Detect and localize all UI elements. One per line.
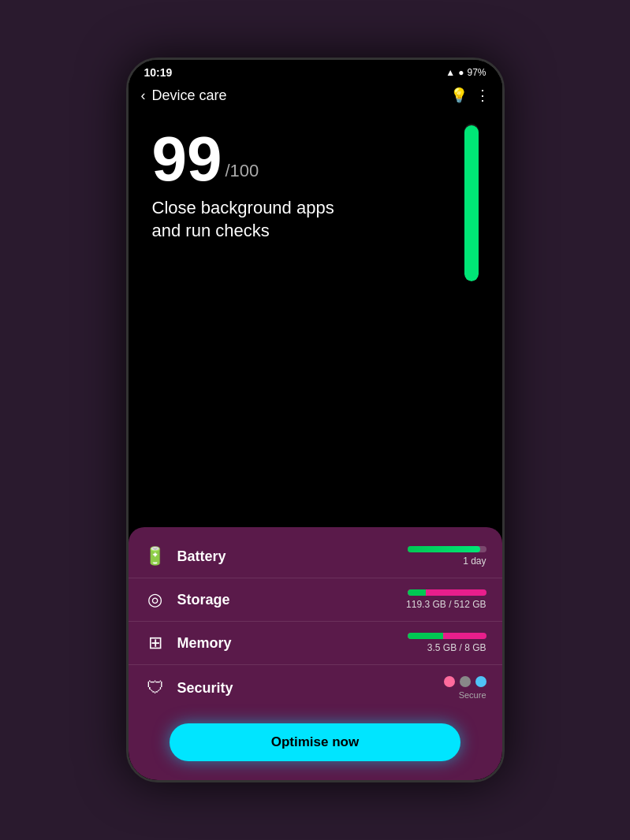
score-description: Close background apps and run checks	[152, 197, 357, 242]
memory-bar-fill	[408, 633, 443, 639]
memory-card[interactable]: ⊞ Memory 3.5 GB / 8 GB	[129, 622, 502, 665]
battery-value: 1 day	[463, 556, 486, 567]
top-bar-left: ‹ Device care	[141, 87, 227, 104]
status-time: 10:19	[144, 66, 173, 79]
memory-value: 3.5 GB / 8 GB	[427, 642, 486, 653]
security-dot-2	[460, 676, 471, 687]
score-progress-bar	[464, 124, 479, 281]
signal-icon: ▲	[445, 67, 455, 78]
battery-icon: 🔋	[144, 546, 166, 567]
bulb-icon[interactable]: 💡	[450, 87, 468, 104]
battery-right: 1 day	[408, 546, 486, 567]
memory-label: Memory	[177, 635, 397, 652]
storage-right: 119.3 GB / 512 GB	[406, 589, 486, 610]
memory-right: 3.5 GB / 8 GB	[408, 633, 486, 653]
top-bar-right: 💡 ⋮	[450, 87, 490, 104]
battery-bar	[408, 546, 486, 552]
storage-icon: ◎	[144, 589, 166, 610]
menu-icon[interactable]: ⋮	[475, 87, 490, 104]
storage-bar-fill	[408, 589, 426, 596]
score-row: 99 /100	[152, 128, 479, 191]
security-dot-1	[444, 676, 455, 687]
security-label: Security	[177, 680, 433, 697]
phone-frame: 10:19 ▲ ● 97% ‹ Device care 💡 ⋮ 99 /100	[126, 58, 505, 782]
battery-card[interactable]: 🔋 Battery 1 day	[129, 535, 502, 578]
battery-label: Battery	[177, 548, 397, 565]
security-dots	[444, 676, 486, 687]
security-dot-3	[475, 676, 486, 687]
status-icons: ▲ ● 97%	[445, 67, 486, 78]
back-button[interactable]: ‹	[141, 87, 146, 104]
page-title: Device care	[152, 87, 227, 104]
memory-bar	[408, 633, 486, 639]
security-card[interactable]: 🛡 Security Secure	[129, 665, 502, 711]
security-status: Secure	[459, 690, 486, 700]
wifi-icon: ●	[458, 67, 464, 78]
memory-icon: ⊞	[144, 633, 166, 653]
battery-bar-fill	[408, 546, 480, 552]
storage-value: 119.3 GB / 512 GB	[406, 599, 486, 610]
score-number: 99	[152, 128, 222, 191]
security-right: Secure	[444, 676, 486, 700]
storage-card[interactable]: ◎ Storage 119.3 GB / 512 GB	[129, 578, 502, 622]
screen: 10:19 ▲ ● 97% ‹ Device care 💡 ⋮ 99 /100	[129, 60, 502, 780]
cards-section: 🔋 Battery 1 day ◎ Storage 119.3 GB /	[129, 527, 502, 711]
score-section: 99 /100 Close background apps and run ch…	[129, 112, 502, 527]
storage-bar	[408, 589, 486, 596]
security-icon: 🛡	[144, 678, 166, 698]
optimise-section: Optimise now	[129, 711, 502, 780]
storage-label: Storage	[177, 592, 396, 608]
status-bar: 10:19 ▲ ● 97%	[129, 60, 502, 82]
score-progress-fill	[464, 125, 479, 281]
top-bar: ‹ Device care 💡 ⋮	[129, 82, 502, 112]
score-max: /100	[225, 161, 259, 181]
optimise-button[interactable]: Optimise now	[170, 723, 460, 761]
battery-status-icon: 97%	[467, 67, 486, 78]
